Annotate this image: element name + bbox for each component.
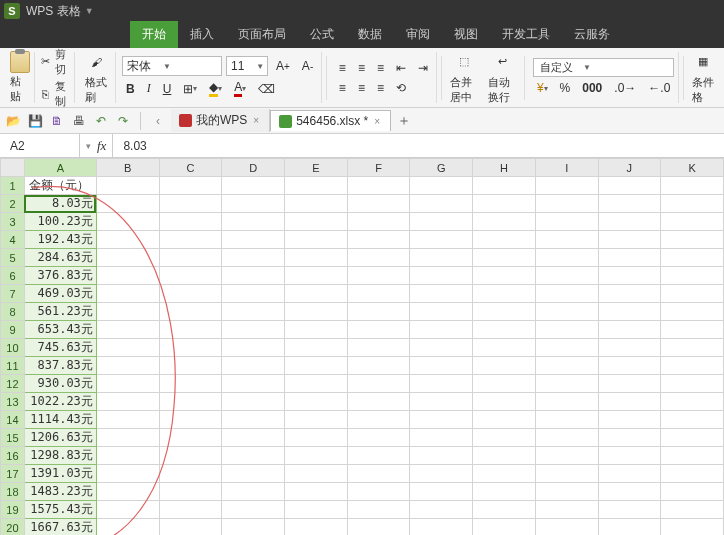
- cell-C8[interactable]: [159, 303, 222, 321]
- cell-H10[interactable]: [473, 339, 536, 357]
- cell-C15[interactable]: [159, 429, 222, 447]
- cell-D4[interactable]: [222, 231, 285, 249]
- cell-C3[interactable]: [159, 213, 222, 231]
- col-header-I[interactable]: I: [535, 159, 598, 177]
- cell-C7[interactable]: [159, 285, 222, 303]
- cell-C16[interactable]: [159, 447, 222, 465]
- cell-I20[interactable]: [535, 519, 598, 536]
- save-icon[interactable]: 💾: [26, 112, 44, 130]
- cell-E11[interactable]: [284, 357, 347, 375]
- cell-G13[interactable]: [410, 393, 473, 411]
- cell-G10[interactable]: [410, 339, 473, 357]
- row-header-13[interactable]: 13: [1, 393, 25, 411]
- cell-G16[interactable]: [410, 447, 473, 465]
- cell-B3[interactable]: [96, 213, 159, 231]
- cell-F3[interactable]: [347, 213, 410, 231]
- redo-icon[interactable]: ↷: [114, 112, 132, 130]
- cell-A4[interactable]: 192.43元: [24, 231, 96, 249]
- select-all-corner[interactable]: [1, 159, 25, 177]
- cell-E3[interactable]: [284, 213, 347, 231]
- cell-J3[interactable]: [598, 213, 661, 231]
- cell-K17[interactable]: [661, 465, 724, 483]
- cell-I18[interactable]: [535, 483, 598, 501]
- cell-B14[interactable]: [96, 411, 159, 429]
- cell-E17[interactable]: [284, 465, 347, 483]
- cell-A15[interactable]: 1206.63元: [24, 429, 96, 447]
- cell-H19[interactable]: [473, 501, 536, 519]
- cell-J20[interactable]: [598, 519, 661, 536]
- row-header-9[interactable]: 9: [1, 321, 25, 339]
- cell-I12[interactable]: [535, 375, 598, 393]
- cell-A17[interactable]: 1391.03元: [24, 465, 96, 483]
- cell-K10[interactable]: [661, 339, 724, 357]
- cell-D18[interactable]: [222, 483, 285, 501]
- chevron-left-icon[interactable]: ‹: [149, 112, 167, 130]
- cell-C10[interactable]: [159, 339, 222, 357]
- col-header-J[interactable]: J: [598, 159, 661, 177]
- cell-J9[interactable]: [598, 321, 661, 339]
- row-header-3[interactable]: 3: [1, 213, 25, 231]
- align-bottom-button[interactable]: ≡: [373, 59, 388, 77]
- cell-K6[interactable]: [661, 267, 724, 285]
- cell-D3[interactable]: [222, 213, 285, 231]
- formula-input[interactable]: 8.03: [113, 139, 724, 153]
- cell-G3[interactable]: [410, 213, 473, 231]
- cell-G18[interactable]: [410, 483, 473, 501]
- cell-K1[interactable]: [661, 177, 724, 195]
- cell-D1[interactable]: [222, 177, 285, 195]
- cell-K18[interactable]: [661, 483, 724, 501]
- row-header-1[interactable]: 1: [1, 177, 25, 195]
- cell-E5[interactable]: [284, 249, 347, 267]
- cell-J18[interactable]: [598, 483, 661, 501]
- indent-dec-button[interactable]: ⇤: [392, 59, 410, 77]
- cell-B1[interactable]: [96, 177, 159, 195]
- cell-A11[interactable]: 837.83元: [24, 357, 96, 375]
- cell-F17[interactable]: [347, 465, 410, 483]
- cell-H3[interactable]: [473, 213, 536, 231]
- cell-A14[interactable]: 1114.43元: [24, 411, 96, 429]
- cell-I5[interactable]: [535, 249, 598, 267]
- cell-E1[interactable]: [284, 177, 347, 195]
- cell-B12[interactable]: [96, 375, 159, 393]
- cell-G15[interactable]: [410, 429, 473, 447]
- cell-A9[interactable]: 653.43元: [24, 321, 96, 339]
- row-header-19[interactable]: 19: [1, 501, 25, 519]
- cell-A20[interactable]: 1667.63元: [24, 519, 96, 536]
- cell-A18[interactable]: 1483.23元: [24, 483, 96, 501]
- cell-D6[interactable]: [222, 267, 285, 285]
- print-icon[interactable]: 🖶: [70, 112, 88, 130]
- menu-tab-1[interactable]: 插入: [178, 21, 226, 48]
- cell-D5[interactable]: [222, 249, 285, 267]
- cell-F2[interactable]: [347, 195, 410, 213]
- cell-H15[interactable]: [473, 429, 536, 447]
- cell-J19[interactable]: [598, 501, 661, 519]
- cell-D13[interactable]: [222, 393, 285, 411]
- cell-B15[interactable]: [96, 429, 159, 447]
- cell-F10[interactable]: [347, 339, 410, 357]
- inc-decimal-button[interactable]: .0→: [610, 79, 640, 97]
- cell-J17[interactable]: [598, 465, 661, 483]
- menu-tab-4[interactable]: 数据: [346, 21, 394, 48]
- doc-tab-1[interactable]: 546456.xlsx *×: [270, 110, 391, 131]
- cell-J7[interactable]: [598, 285, 661, 303]
- cell-H18[interactable]: [473, 483, 536, 501]
- cell-E20[interactable]: [284, 519, 347, 536]
- cell-D16[interactable]: [222, 447, 285, 465]
- cell-I14[interactable]: [535, 411, 598, 429]
- col-header-E[interactable]: E: [284, 159, 347, 177]
- cell-F8[interactable]: [347, 303, 410, 321]
- cell-I8[interactable]: [535, 303, 598, 321]
- cell-H11[interactable]: [473, 357, 536, 375]
- cell-D12[interactable]: [222, 375, 285, 393]
- cell-I19[interactable]: [535, 501, 598, 519]
- cell-E13[interactable]: [284, 393, 347, 411]
- cell-C14[interactable]: [159, 411, 222, 429]
- cell-B2[interactable]: [96, 195, 159, 213]
- cell-K5[interactable]: [661, 249, 724, 267]
- cell-H1[interactable]: [473, 177, 536, 195]
- cell-D10[interactable]: [222, 339, 285, 357]
- row-header-14[interactable]: 14: [1, 411, 25, 429]
- cell-K19[interactable]: [661, 501, 724, 519]
- cell-F19[interactable]: [347, 501, 410, 519]
- align-top-button[interactable]: ≡: [335, 59, 350, 77]
